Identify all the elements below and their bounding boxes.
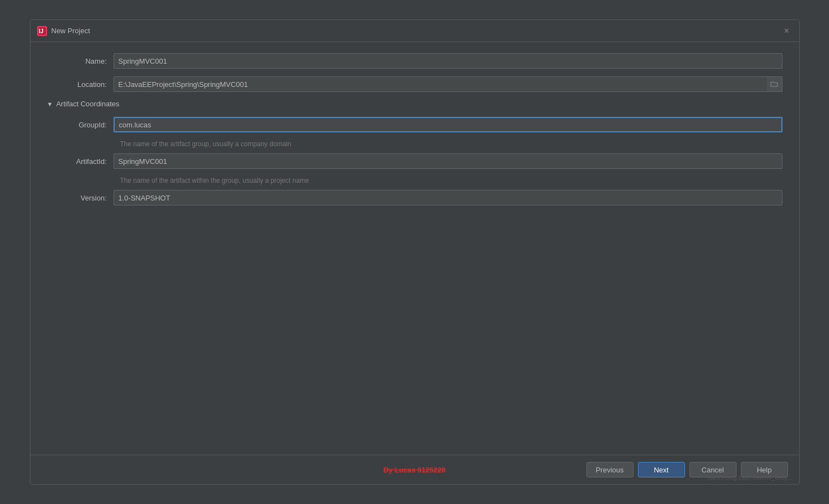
watermark: By Lucas 6125220	[383, 466, 445, 474]
previous-button[interactable]: Previous	[586, 462, 634, 477]
dialog-title: New Project	[52, 27, 90, 35]
artifact-coordinates-section: ▼ Artifact Coordinates GroupId: The name…	[47, 100, 782, 205]
dialog-titlebar: IJ New Project ×	[30, 20, 799, 42]
bottom-url: https://blog.csdn.net/m0_ueliy...	[707, 474, 792, 481]
close-button[interactable]: ×	[781, 25, 792, 37]
folder-icon	[770, 81, 778, 88]
dialog-footer: By Lucas 6125220 Previous Next Cancel He…	[30, 455, 799, 484]
new-project-dialog: IJ New Project × Name: Location:	[30, 19, 800, 485]
next-button[interactable]: Next	[638, 462, 685, 477]
artifact-id-hint: The name of the artifact within the grou…	[47, 177, 782, 184]
location-input[interactable]	[114, 76, 782, 92]
name-input[interactable]	[114, 53, 782, 69]
dialog-content: Name: Location: ▼	[30, 42, 799, 455]
title-left: IJ New Project	[37, 26, 90, 36]
svg-text:IJ: IJ	[39, 28, 43, 34]
group-id-hint: The name of the artifact group, usually …	[47, 140, 782, 148]
dialog-overlay: IJ New Project × Name: Location:	[27, 14, 802, 490]
location-row: Location:	[47, 76, 782, 92]
app-icon: IJ	[37, 26, 47, 36]
artifact-id-row: ArtifactId:	[47, 153, 782, 169]
version-row: Version:	[47, 190, 782, 205]
artifact-id-label: ArtifactId:	[47, 157, 114, 166]
browse-folder-button[interactable]	[767, 76, 782, 92]
section-title: Artifact Coordinates	[56, 100, 119, 108]
section-header: ▼ Artifact Coordinates	[47, 100, 782, 108]
artifact-id-input[interactable]	[114, 153, 782, 169]
location-input-wrapper	[114, 76, 782, 92]
version-input[interactable]	[114, 190, 782, 205]
collapse-arrow[interactable]: ▼	[47, 101, 53, 107]
version-label: Version:	[47, 194, 114, 202]
group-id-label: GroupId:	[47, 121, 114, 129]
name-label: Name:	[47, 57, 114, 65]
group-id-input[interactable]	[114, 117, 782, 132]
name-row: Name:	[47, 53, 782, 69]
location-label: Location:	[47, 80, 114, 89]
group-id-row: GroupId:	[47, 117, 782, 132]
